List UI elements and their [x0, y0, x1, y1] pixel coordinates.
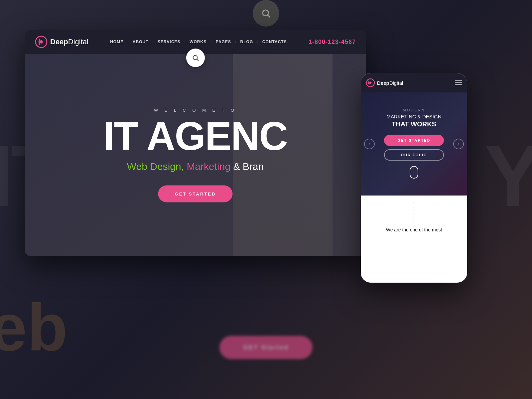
mobile-bottom-text: We are the one of the most — [386, 227, 442, 232]
nav-dot-2: ● — [152, 41, 154, 43]
nav-dot-6: ● — [257, 41, 258, 43]
subtitle-part3: & Bran — [230, 161, 264, 172]
svg-point-4 — [193, 56, 197, 60]
bg-text-eb: eb — [0, 289, 67, 366]
hero-title: IT AGENC — [25, 116, 366, 156]
svg-point-0 — [263, 10, 269, 16]
mobile-dashed-divider — [414, 202, 414, 222]
search-icon — [192, 54, 199, 62]
nav-dot-4: ● — [210, 41, 212, 43]
subtitle-part1: Web Design, — [127, 161, 187, 172]
desktop-logo[interactable]: DeepDigital — [35, 36, 88, 48]
nav-works[interactable]: WORKS — [188, 38, 208, 46]
desktop-logo-text: DeepDigital — [50, 38, 88, 46]
svg-line-5 — [197, 59, 199, 61]
nav-home[interactable]: HOME — [108, 38, 125, 46]
nav-dot-1: ● — [127, 41, 129, 43]
nav-dot-3: ● — [185, 41, 186, 43]
hamburger-line-2 — [455, 82, 462, 83]
scroll-mouse-icon — [409, 166, 419, 180]
svg-point-3 — [40, 40, 43, 44]
hero-subtitle: Web Design, Marketing & Bran — [25, 161, 366, 172]
mobile-logo-text: DeepDigital — [377, 80, 403, 86]
mobile-hero: ‹ › MODERN MARKETING & DESIGN THAT WORKS… — [361, 92, 467, 196]
logo-icon — [35, 36, 48, 48]
mobile-mockup: DeepDigital ‹ › MODERN MARKETING & DESIG… — [361, 73, 467, 283]
phone-number[interactable]: 1-800-123-4567 — [309, 39, 356, 46]
mobile-cta-secondary-button[interactable]: OUR FOLIO — [384, 149, 444, 161]
svg-line-1 — [268, 15, 270, 18]
mobile-that-works-text: THAT WORKS — [392, 120, 436, 128]
desktop-nav-links: HOME ● ABOUT ● SERVICES ● WORKS ● PAGES … — [108, 38, 289, 46]
subtitle-part2: Marketing — [187, 161, 230, 172]
mobile-logo-icon — [366, 78, 375, 87]
desktop-hero: W E L C O M E T O IT AGENC Web Design, M… — [25, 54, 366, 256]
bg-text-y: Y — [484, 126, 532, 226]
welcome-text: W E L C O M E T O — [25, 108, 366, 113]
desktop-mockup: DeepDigital HOME ● ABOUT ● SERVICES ● WO… — [25, 30, 366, 256]
svg-point-7 — [369, 82, 372, 84]
nav-about[interactable]: ABOUT — [131, 38, 151, 46]
nav-pages[interactable]: PAGES — [214, 38, 233, 46]
hamburger-line-1 — [455, 80, 462, 81]
mobile-modern-text: MODERN — [403, 108, 425, 112]
bg-search-circle — [253, 0, 279, 27]
hamburger-line-3 — [455, 84, 462, 85]
bg-cta-button: GET Started — [219, 336, 313, 359]
nav-blog[interactable]: BLOG — [238, 38, 255, 46]
nav-services[interactable]: SERVICES — [156, 38, 182, 46]
mobile-cta-primary-button[interactable]: GET STARTED — [384, 135, 444, 146]
hamburger-button[interactable] — [455, 80, 462, 85]
nav-dot-5: ● — [235, 41, 236, 43]
mobile-nav: DeepDigital — [361, 73, 467, 92]
hero-cta-button[interactable]: GET STARTED — [158, 186, 233, 202]
desktop-search-button[interactable] — [186, 49, 205, 67]
hero-content: W E L C O M E T O IT AGENC Web Design, M… — [25, 108, 366, 202]
mobile-marketing-text: MARKETING & DESIGN — [386, 114, 441, 119]
mobile-next-arrow[interactable]: › — [453, 139, 464, 149]
nav-contacts[interactable]: CONTACTS — [260, 38, 289, 46]
mobile-prev-arrow[interactable]: ‹ — [364, 139, 375, 149]
mobile-bottom-section: We are the one of the most — [361, 196, 467, 239]
